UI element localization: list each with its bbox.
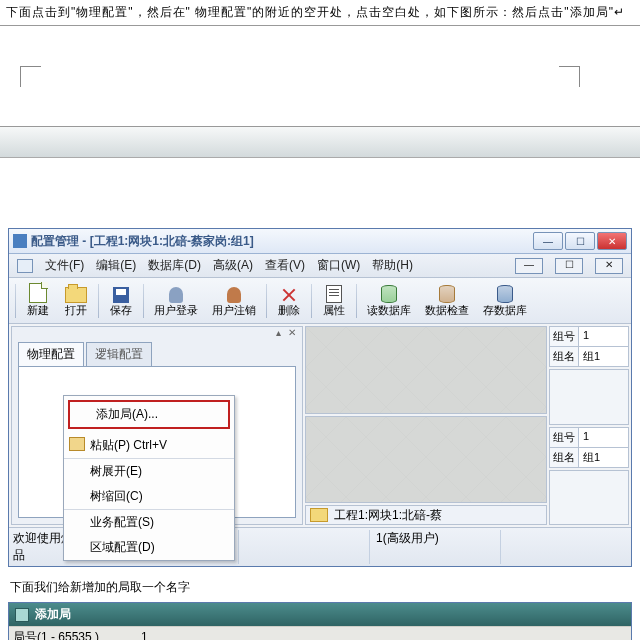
- close-button[interactable]: ✕: [597, 232, 627, 250]
- document-blank-space: [0, 26, 640, 127]
- panel-dock-handle[interactable]: ▴ ✕: [12, 327, 302, 338]
- add-bureau-dialog: 添加局 局号(1 - 65535 ) 1 局名 北碚-蔡家岗: [8, 602, 632, 640]
- field-value-bureau-no[interactable]: 1: [141, 630, 191, 640]
- menu-item-region-config[interactable]: 区域配置(D): [64, 535, 234, 560]
- toolbar-save-db[interactable]: 存数据库: [477, 281, 533, 320]
- field-label-bureau-no: 局号(1 - 65535 ): [13, 629, 133, 640]
- menu-item-service-config[interactable]: 业务配置(S): [64, 509, 234, 535]
- menu-file[interactable]: 文件(F): [45, 257, 84, 274]
- page-corner-left: [20, 66, 41, 87]
- topology-canvas-lower[interactable]: [305, 416, 547, 504]
- context-menu: 添加局(A)... 粘贴(P) Ctrl+V 树展开(E) 树缩回(C) 业务配…: [63, 395, 235, 561]
- center-panel: 工程1:网块1:北碚-蔡: [305, 326, 547, 525]
- tab-physical-config[interactable]: 物理配置: [18, 342, 84, 366]
- window-titlebar: 配置管理 - [工程1:网块1:北碚-蔡家岗:组1] — ☐ ✕: [9, 229, 631, 254]
- menu-item-paste[interactable]: 粘贴(P) Ctrl+V: [64, 433, 234, 458]
- tab-logical-config[interactable]: 逻辑配置: [86, 342, 152, 366]
- prop-label-group-no-2: 组号: [550, 428, 579, 447]
- toolbar-save[interactable]: 保存: [103, 281, 139, 320]
- topology-canvas-upper[interactable]: [305, 326, 547, 414]
- canvas-status-bar: 工程1:网块1:北碚-蔡: [305, 505, 547, 525]
- menu-view[interactable]: 查看(V): [265, 257, 305, 274]
- instruction-text-2: 下面我们给新增加的局取一个名字: [0, 573, 640, 602]
- toolbar-open[interactable]: 打开: [58, 281, 94, 320]
- toolbar-read-db[interactable]: 读数据库: [361, 281, 417, 320]
- config-manager-window: 配置管理 - [工程1:网块1:北碚-蔡家岗:组1] — ☐ ✕ 文件(F) 编…: [8, 228, 632, 567]
- prop-label-group-name-2: 组名: [550, 448, 579, 467]
- window-title: 配置管理 - [工程1:网块1:北碚-蔡家岗:组1]: [31, 233, 529, 250]
- toolbar-new[interactable]: 新建: [20, 281, 56, 320]
- system-menu-icon[interactable]: [17, 259, 33, 273]
- prop-value-group-no-2: 1: [579, 428, 628, 447]
- prop-value-group-name-2: 组1: [579, 448, 628, 467]
- document-divider-band: [0, 127, 640, 158]
- prop-label-group-no: 组号: [550, 327, 579, 346]
- maximize-button[interactable]: ☐: [565, 232, 595, 250]
- menu-item-collapse-tree[interactable]: 树缩回(C): [64, 484, 234, 509]
- canvas-path-text: 工程1:网块1:北碚-蔡: [334, 507, 442, 524]
- menu-help[interactable]: 帮助(H): [372, 257, 413, 274]
- menu-bar: 文件(F) 编辑(E) 数据库(D) 高级(A) 查看(V) 窗口(W) 帮助(…: [9, 254, 631, 278]
- mdi-close-button[interactable]: ✕: [595, 258, 623, 274]
- toolbar: 新建 打开 保存 用户登录 用户注销 删除 属性 读数据库 数据检查 存数据库: [9, 278, 631, 324]
- menu-item-add-bureau[interactable]: 添加局(A)...: [68, 400, 230, 429]
- menu-advanced[interactable]: 高级(A): [213, 257, 253, 274]
- toolbar-properties[interactable]: 属性: [316, 281, 352, 320]
- page-corner-right: [559, 66, 580, 87]
- app-icon: [13, 234, 27, 248]
- dialog-title: 添加局: [35, 606, 71, 623]
- left-tree-panel: ▴ ✕ 物理配置 逻辑配置 添加局(A)... 粘贴(P) Ctrl+V 树展开…: [11, 326, 303, 525]
- folder-icon: [310, 508, 328, 522]
- instruction-text-top: 下面点击到"物理配置"，然后在" 物理配置"的附近的空开处，点击空白处，如下图所…: [0, 0, 640, 26]
- right-properties-panel: 组号 1 组名 组1 组号 1 组名 组1: [549, 326, 629, 525]
- menu-edit[interactable]: 编辑(E): [96, 257, 136, 274]
- menu-database[interactable]: 数据库(D): [148, 257, 201, 274]
- prop-label-group-name: 组名: [550, 347, 579, 366]
- dialog-titlebar: 添加局: [9, 603, 631, 626]
- mdi-min-button[interactable]: —: [515, 258, 543, 274]
- minimize-button[interactable]: —: [533, 232, 563, 250]
- menu-window[interactable]: 窗口(W): [317, 257, 360, 274]
- toolbar-logout[interactable]: 用户注销: [206, 281, 262, 320]
- prop-value-group-no: 1: [579, 327, 628, 346]
- mdi-max-button[interactable]: ☐: [555, 258, 583, 274]
- config-tree-area[interactable]: 添加局(A)... 粘贴(P) Ctrl+V 树展开(E) 树缩回(C) 业务配…: [18, 366, 296, 518]
- paste-icon: [69, 437, 85, 451]
- status-user-text: 1(高级用户): [369, 530, 496, 564]
- toolbar-login[interactable]: 用户登录: [148, 281, 204, 320]
- toolbar-delete[interactable]: 删除: [271, 281, 307, 320]
- prop-value-group-name: 组1: [579, 347, 628, 366]
- dialog-icon: [15, 608, 29, 622]
- menu-item-expand-tree[interactable]: 树展开(E): [64, 458, 234, 484]
- toolbar-check-db[interactable]: 数据检查: [419, 281, 475, 320]
